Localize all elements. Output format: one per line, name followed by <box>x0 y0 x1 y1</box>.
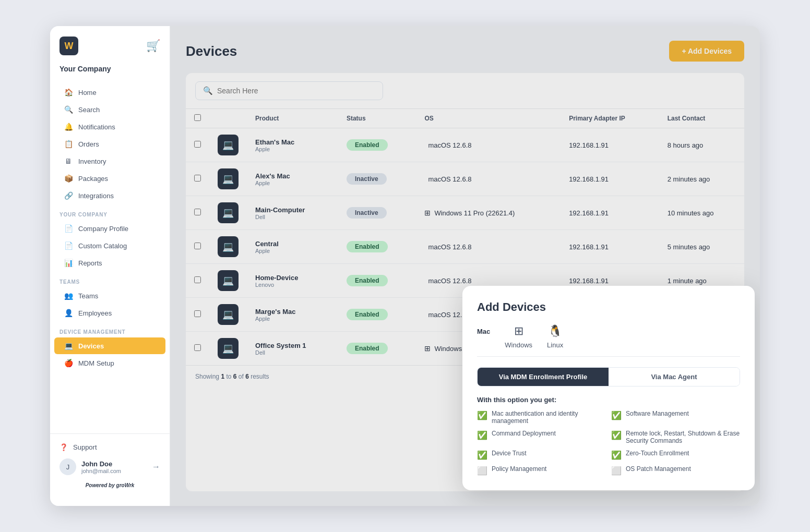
row-select-checkbox[interactable] <box>194 310 201 317</box>
row-checkbox[interactable] <box>186 196 209 230</box>
orders-icon: 📋 <box>64 140 73 148</box>
os-cell: macOS 12.6.8 <box>424 141 552 149</box>
sidebar-item-integrations[interactable]: 🔗 Integrations <box>54 187 165 204</box>
row-checkbox[interactable] <box>186 298 209 332</box>
sidebar-item-employees[interactable]: 👤 Employees <box>54 305 165 321</box>
os-cell: macOS 12.6.8 <box>424 175 552 183</box>
sidebar-item-label: Integrations <box>78 192 114 200</box>
check-icon: ✅ <box>611 450 622 460</box>
teams-section-label: TEAMS <box>50 272 170 287</box>
sidebar-item-home[interactable]: 🏠 Home <box>54 84 165 101</box>
logout-icon[interactable]: → <box>152 462 160 471</box>
row-select-checkbox[interactable] <box>194 276 201 283</box>
row-device-icon-cell: 💻 <box>209 298 247 332</box>
search-input[interactable] <box>217 87 375 95</box>
row-select-checkbox[interactable] <box>194 141 201 148</box>
row-status: Enabled <box>338 128 416 162</box>
check-icon: ✅ <box>611 430 622 440</box>
powered-by: Powered by groWrk <box>59 482 160 488</box>
feature-text: Device Trust <box>492 450 527 457</box>
sidebar-item-teams[interactable]: 👥 Teams <box>54 287 165 304</box>
status-badge: Enabled <box>347 275 388 286</box>
packages-icon: 📦 <box>64 174 73 183</box>
row-ip: 192.168.1.91 <box>561 128 659 162</box>
os-tab-mac[interactable]: Mac <box>477 324 490 349</box>
os-label: macOS 12.6.8 <box>428 243 471 251</box>
feature-item: ✅ Remote lock, Restart, Shutdown & Erase… <box>611 430 740 444</box>
sidebar-item-inventory[interactable]: 🖥 Inventory <box>54 153 165 170</box>
sidebar-item-label: Reports <box>78 259 102 267</box>
sidebar-item-search[interactable]: 🔍 Search <box>54 101 165 118</box>
os-label: macOS 12.6.8 <box>428 141 471 149</box>
row-select-checkbox[interactable] <box>194 175 201 182</box>
row-product: Office System 1 Dell <box>247 332 338 366</box>
row-checkbox[interactable] <box>186 128 209 162</box>
status-badge: Enabled <box>347 343 388 354</box>
row-checkbox[interactable] <box>186 332 209 366</box>
col-status: Status <box>338 109 416 128</box>
search-icon: 🔍 <box>64 105 73 114</box>
support-label: Support <box>73 443 97 451</box>
add-devices-button[interactable]: + Add Devices <box>669 41 744 62</box>
os-tabs: Mac ⊞ Windows 🐧 Linux <box>477 324 740 357</box>
showing-label: Showing <box>195 373 219 380</box>
sidebar-item-orders[interactable]: 📋 Orders <box>54 136 165 152</box>
status-badge: Inactive <box>347 173 387 185</box>
sidebar-item-reports[interactable]: 📊 Reports <box>54 255 165 271</box>
row-checkbox[interactable] <box>186 162 209 196</box>
of-value: 6 <box>245 373 249 380</box>
reports-icon: 📊 <box>64 259 73 267</box>
os-label: macOS 12.6.8 <box>428 175 471 183</box>
app-shell: W 🛒 Your Company 🏠 Home 🔍 Search 🔔 Notif… <box>50 26 760 506</box>
row-os: macOS 12.6.8 <box>416 162 561 196</box>
row-last-contact: 8 hours ago <box>659 128 744 162</box>
disabled-check-icon: ⬜ <box>611 466 622 476</box>
row-select-checkbox[interactable] <box>194 243 201 249</box>
row-device-icon-cell: 💻 <box>209 230 247 264</box>
product-brand: Apple <box>255 316 330 322</box>
cart-icon[interactable]: 🛒 <box>146 39 160 53</box>
table-header: Product Status OS Primary Adapter IP Las… <box>186 109 744 128</box>
product-name: Office System 1 <box>255 342 330 349</box>
os-tab-windows[interactable]: ⊞ Windows <box>505 324 532 349</box>
os-tab-linux-label: Linux <box>547 341 563 349</box>
sidebar-item-label: Packages <box>78 175 108 183</box>
sidebar-item-packages[interactable]: 📦 Packages <box>54 170 165 187</box>
support-item[interactable]: ❓ Support <box>59 441 160 453</box>
sidebar-item-label: Teams <box>78 292 98 300</box>
product-name: Main-Computer <box>255 206 330 214</box>
row-select-checkbox[interactable] <box>194 209 201 215</box>
page-title: Devices <box>186 43 237 59</box>
devices-icon: 💻 <box>64 342 73 350</box>
feature-text: Remote lock, Restart, Shutdown & Erase S… <box>626 430 740 444</box>
company-profile-icon: 📄 <box>64 224 73 233</box>
row-os: ⊞ Windows 11 Pro (22621.4) <box>416 196 561 230</box>
linux-icon: 🐧 <box>548 324 562 338</box>
product-brand: Dell <box>255 349 330 356</box>
mdm-enrollment-tab[interactable]: Via MDM Enrollment Profile <box>478 368 609 386</box>
os-tab-linux[interactable]: 🐧 Linux <box>547 324 563 349</box>
row-checkbox[interactable] <box>186 264 209 298</box>
sidebar-item-notifications[interactable]: 🔔 Notifications <box>54 118 165 135</box>
row-checkbox[interactable] <box>186 230 209 264</box>
sidebar-item-company-profile[interactable]: 📄 Company Profile <box>54 220 165 237</box>
product-brand: Apple <box>255 180 330 186</box>
sidebar-item-label: Custom Catalog <box>78 242 127 250</box>
row-ip: 192.168.1.91 <box>561 162 659 196</box>
os-cell: macOS 12.6.8 <box>424 277 552 285</box>
sidebar-footer: ❓ Support J John Doe john@mail.com → Pow… <box>50 433 170 495</box>
row-select-checkbox[interactable] <box>194 344 201 351</box>
select-all-checkbox[interactable] <box>194 114 201 121</box>
table-row: 💻 Ethan's Mac Apple Enabled macOS 12.6.8… <box>186 128 744 162</box>
mac-agent-tab[interactable]: Via Mac Agent <box>609 368 740 386</box>
sidebar-header: W 🛒 <box>50 37 170 65</box>
device-icon-box: 💻 <box>218 202 239 223</box>
sidebar-item-devices[interactable]: 💻 Devices <box>54 337 165 354</box>
bell-icon: 🔔 <box>64 123 73 131</box>
from-value: 1 <box>221 373 224 380</box>
sidebar-item-mdm-setup[interactable]: 🍎 MDM Setup <box>54 355 165 371</box>
sidebar-item-custom-catalog[interactable]: 📄 Custom Catalog <box>54 237 165 254</box>
feature-item: ⬜ Policy Management <box>477 465 606 476</box>
table-row: 💻 Central Apple Enabled macOS 12.6.8 192… <box>186 230 744 264</box>
os-tab-mac-label: Mac <box>477 328 490 335</box>
